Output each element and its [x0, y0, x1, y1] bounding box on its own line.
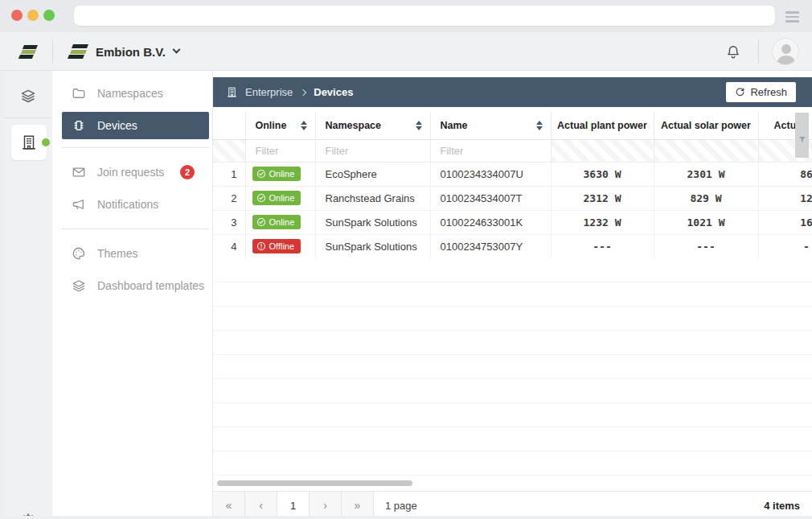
embion-logo-icon	[68, 44, 88, 59]
namespace-cell: SunSpark Solutions	[315, 234, 430, 258]
next-page-button[interactable]: ›	[310, 492, 342, 519]
clipped-cell: 16	[758, 210, 812, 234]
name-filter-input[interactable]	[431, 140, 551, 162]
refresh-button[interactable]: Refresh	[726, 82, 796, 102]
browser-chrome	[0, 0, 812, 32]
namespace-cell: Ranchstead Grains	[315, 186, 430, 210]
status-badge: Offline	[252, 239, 301, 253]
table-row[interactable]: 1 Online EcoSphere 0100234334007U 3630 W…	[213, 162, 812, 186]
avatar	[772, 38, 799, 65]
index-column-header	[213, 113, 245, 139]
table-row[interactable]: 2 Online Ranchstead Grains 0100234534007…	[213, 186, 812, 210]
sort-icon[interactable]	[416, 121, 422, 130]
bell-icon	[725, 43, 741, 60]
close-window-button[interactable]	[11, 10, 23, 21]
status-cell: Offline	[245, 234, 315, 258]
main-content: Enterprise Devices Refresh Online Namesp…	[213, 71, 812, 519]
table-row[interactable]: 4 Offline SunSpark Solutions 01002347530…	[213, 234, 812, 258]
url-input[interactable]	[74, 6, 775, 26]
sidebar-item-notifications[interactable]: Notifications	[52, 188, 212, 220]
filter-cell-name	[430, 139, 551, 162]
column-header-name[interactable]: Name	[430, 113, 551, 139]
namespace-cell: SunSpark Solutions	[315, 210, 430, 234]
sidebar-item-label: Namespaces	[97, 87, 163, 100]
horizontal-scrollbar-thumb[interactable]	[217, 480, 412, 486]
building-icon	[20, 134, 38, 151]
maximize-window-button[interactable]	[43, 10, 55, 21]
window-controls	[11, 10, 55, 21]
sidebar-item-namespaces[interactable]: Namespaces	[52, 77, 212, 109]
last-page-button[interactable]: »	[342, 492, 374, 519]
sidebar-item-dashboard-templates[interactable]: Dashboard templates	[52, 270, 212, 302]
exclamation-circle-icon	[256, 241, 266, 251]
palette-icon	[72, 246, 86, 261]
row-index: 3	[213, 210, 245, 234]
sidebar-item-join-requests[interactable]: Join requests 2	[52, 156, 212, 188]
sidebar-divider	[62, 229, 209, 229]
megaphone-icon	[72, 197, 86, 212]
rail-item-enterprise[interactable]	[11, 125, 47, 160]
embion-logo-icon	[19, 45, 37, 59]
status-cell: Online	[245, 210, 315, 234]
sidebar-item-devices[interactable]: Devices	[62, 112, 209, 139]
sort-icon[interactable]	[536, 121, 543, 130]
namespace-filter-input[interactable]	[316, 140, 430, 162]
rail-divider	[4, 117, 52, 118]
column-header-namespace[interactable]: Namespace	[315, 113, 430, 139]
sidebar-item-label: Dashboard templates	[97, 279, 204, 292]
app-window: Embion B.V.	[0, 32, 812, 519]
header-divider	[52, 39, 53, 64]
org-switcher[interactable]: Embion B.V.	[68, 32, 179, 71]
column-header-solar-power: Actual solar power	[654, 113, 758, 139]
horizontal-scrollbar	[213, 480, 812, 488]
chevron-down-icon	[173, 45, 181, 53]
sidebar-divider	[62, 147, 209, 148]
browser-menu-icon[interactable]	[785, 11, 799, 23]
sidebar-item-themes[interactable]: Themes	[52, 237, 212, 270]
name-cell: 0100234334007U	[430, 162, 551, 186]
layers-icon	[20, 88, 36, 104]
current-page-button[interactable]: 1	[277, 492, 310, 519]
online-filter-input[interactable]	[246, 140, 315, 162]
column-header-online[interactable]: Online	[245, 113, 315, 139]
notifications-button[interactable]	[708, 43, 758, 60]
app-header: Embion B.V.	[0, 32, 812, 71]
sort-icon[interactable]	[301, 121, 307, 130]
first-page-button[interactable]: «	[213, 492, 245, 519]
minimize-window-button[interactable]	[27, 10, 39, 21]
row-index: 1	[213, 162, 245, 186]
pagination-bar: « ‹ 1 › » 1 page 4 items	[213, 491, 812, 519]
check-circle-icon	[256, 193, 266, 203]
plant-power-cell: 2312 W	[551, 186, 654, 210]
status-badge: Online	[252, 191, 301, 205]
refresh-icon	[735, 87, 745, 97]
building-icon	[226, 86, 238, 98]
table-row[interactable]: 3 Online SunSpark Solutions 010022463300…	[213, 210, 812, 234]
devices-table: Online Namespace Name Actual plant power…	[213, 113, 812, 258]
breadcrumb-root[interactable]: Enterprise	[245, 86, 293, 98]
check-circle-icon	[256, 169, 266, 179]
items-count-label: 4 items	[764, 492, 800, 519]
envelope-icon	[72, 165, 86, 179]
org-name: Embion B.V.	[96, 45, 166, 59]
table-filter-row	[213, 139, 812, 162]
user-menu[interactable]	[759, 38, 812, 65]
filter-cell-online	[245, 139, 315, 162]
status-cell: Online	[245, 186, 315, 210]
sidebar: Namespaces Devices Join requests 2 Notif…	[52, 71, 213, 516]
plant-power-cell: 3630 W	[551, 162, 654, 186]
filter-disabled-cell	[551, 139, 654, 162]
row-index: 4	[213, 234, 245, 258]
name-cell: 0100234534007T	[430, 186, 551, 210]
clipped-cell: -	[758, 234, 812, 258]
previous-page-button[interactable]: ‹	[245, 492, 277, 519]
namespace-cell: EcoSphere	[315, 162, 430, 186]
status-badge: Online	[252, 215, 301, 229]
clipped-cell: 86	[758, 162, 812, 186]
solar-power-cell: 1021 W	[654, 210, 758, 234]
column-filter-strip[interactable]	[795, 113, 809, 158]
folder-icon	[72, 86, 86, 101]
plant-power-cell: ---	[551, 234, 654, 258]
chip-icon	[72, 118, 86, 133]
rail-item-templates[interactable]	[4, 88, 52, 104]
